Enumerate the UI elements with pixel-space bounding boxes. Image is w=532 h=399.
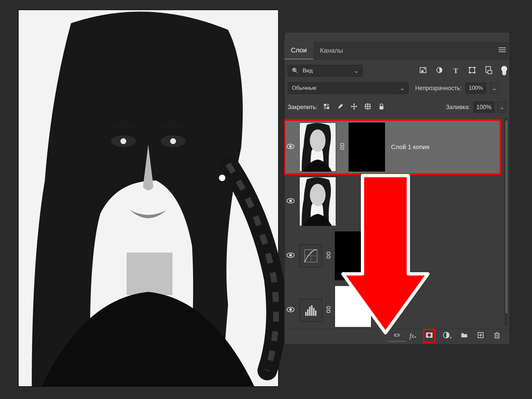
svg-rect-17 bbox=[469, 72, 470, 73]
svg-rect-54 bbox=[327, 307, 330, 309]
svg-rect-24 bbox=[327, 107, 329, 109]
image-icon[interactable] bbox=[418, 67, 428, 75]
svg-rect-49 bbox=[307, 309, 309, 316]
lock-move-icon[interactable] bbox=[351, 103, 357, 111]
svg-rect-44 bbox=[327, 252, 330, 255]
fill-dropdown[interactable]: ⌄ bbox=[498, 102, 506, 113]
svg-marker-11 bbox=[421, 69, 424, 72]
svg-rect-23 bbox=[324, 107, 326, 109]
link-mask-icon[interactable] bbox=[325, 252, 332, 260]
fill-label: Заливка: bbox=[446, 104, 470, 111]
adjust-icon[interactable] bbox=[435, 67, 444, 75]
lock-artboard-icon[interactable] bbox=[364, 103, 371, 111]
link-mask-icon[interactable] bbox=[339, 143, 346, 151]
adjustment-icon[interactable]: ▾ bbox=[443, 332, 452, 340]
svg-point-38 bbox=[310, 184, 326, 206]
trash-icon[interactable] bbox=[493, 332, 501, 340]
search-icon: 🔍 bbox=[292, 67, 299, 74]
panel-resize-grip[interactable] bbox=[387, 341, 407, 342]
svg-rect-51 bbox=[311, 305, 312, 316]
tab-layers[interactable]: Слои bbox=[284, 42, 313, 59]
layers-action-bar: fx▾ ▾ bbox=[284, 329, 509, 343]
svg-point-36 bbox=[289, 200, 292, 202]
svg-rect-20 bbox=[488, 70, 492, 74]
svg-rect-1 bbox=[127, 253, 172, 295]
lock-label: Закрепить: bbox=[288, 104, 317, 111]
svg-rect-18 bbox=[474, 72, 475, 73]
lock-all-icon[interactable] bbox=[378, 103, 385, 111]
type-icon[interactable]: T bbox=[451, 66, 460, 75]
blend-row: Обычные ⌄ Непрозрачность: 100% ⌄ bbox=[288, 81, 506, 95]
canvas-image bbox=[18, 10, 279, 387]
layer-mask-thumbnail[interactable] bbox=[335, 231, 371, 280]
layer-name[interactable]: ивые 2 bbox=[377, 252, 397, 259]
svg-rect-50 bbox=[309, 307, 310, 316]
opacity-dropdown[interactable]: ⌄ bbox=[490, 83, 499, 94]
svg-rect-45 bbox=[327, 256, 330, 258]
layer-row[interactable]: Слой 1 копия bbox=[284, 120, 501, 174]
layer-name[interactable]: Слой 1 копия bbox=[391, 143, 430, 151]
group-icon[interactable] bbox=[461, 332, 468, 340]
fill-value[interactable]: 100% bbox=[473, 102, 494, 113]
lock-row: Закрепить: Заливка: 100% ⌄ bbox=[288, 101, 506, 113]
svg-point-47 bbox=[289, 308, 292, 311]
svg-rect-52 bbox=[313, 308, 314, 316]
filter-toggle[interactable] bbox=[502, 66, 506, 75]
link-icon[interactable] bbox=[393, 332, 400, 340]
layers-scrollbar[interactable] bbox=[505, 118, 508, 327]
smart-icon[interactable] bbox=[484, 66, 493, 75]
layer-thumbnail[interactable] bbox=[299, 123, 336, 172]
svg-rect-33 bbox=[341, 143, 344, 146]
filter-type-select[interactable]: 🔍 Вид ⌄ bbox=[288, 65, 363, 77]
layer-thumbnail[interactable] bbox=[299, 177, 336, 226]
levels-adjustment-icon[interactable] bbox=[299, 299, 322, 322]
visibility-icon[interactable] bbox=[284, 252, 297, 260]
svg-rect-21 bbox=[324, 104, 326, 106]
svg-point-40 bbox=[289, 254, 292, 256]
opacity-label: Непрозрачность: bbox=[415, 85, 461, 92]
visibility-icon[interactable] bbox=[284, 307, 297, 314]
lock-brush-icon[interactable] bbox=[337, 103, 344, 111]
svg-rect-48 bbox=[305, 312, 307, 316]
svg-rect-34 bbox=[341, 147, 344, 149]
svg-point-32 bbox=[310, 129, 326, 152]
tab-channels[interactable]: Каналы bbox=[313, 42, 350, 59]
svg-point-57 bbox=[428, 333, 431, 337]
curves-adjustment-icon[interactable] bbox=[299, 244, 322, 267]
svg-rect-55 bbox=[327, 310, 330, 313]
layer-row[interactable]: Уровни 1 bbox=[284, 283, 501, 327]
layer-row[interactable] bbox=[284, 174, 501, 229]
new-layer-icon[interactable] bbox=[477, 332, 484, 340]
layer-mask-thumbnail[interactable] bbox=[335, 286, 371, 327]
svg-point-4 bbox=[120, 138, 126, 144]
svg-point-30 bbox=[289, 145, 292, 148]
shape-icon[interactable] bbox=[468, 67, 477, 75]
layer-name[interactable]: Уровни 1 bbox=[377, 307, 403, 314]
link-mask-icon[interactable] bbox=[325, 306, 332, 314]
layers-list: Слой 1 копияивые 2Уровни 1 bbox=[284, 118, 505, 327]
lock-pixels-icon[interactable] bbox=[323, 103, 330, 111]
opacity-value[interactable]: 100% bbox=[465, 83, 486, 94]
svg-point-12 bbox=[424, 68, 425, 69]
svg-point-5 bbox=[170, 138, 176, 144]
panel-menu-icon[interactable] bbox=[499, 47, 528, 54]
svg-rect-22 bbox=[327, 104, 329, 106]
filter-type-label: Вид bbox=[303, 67, 313, 74]
svg-rect-53 bbox=[315, 311, 316, 316]
layer-filter-row: 🔍 Вид ⌄ T bbox=[288, 64, 506, 78]
portrait-placeholder bbox=[19, 10, 278, 386]
svg-point-6 bbox=[219, 175, 225, 181]
panel-tabs: Слои Каналы bbox=[284, 42, 509, 59]
visibility-icon[interactable] bbox=[284, 198, 297, 205]
chevron-down-icon: ⌄ bbox=[400, 85, 404, 92]
blend-mode-select[interactable]: Обычные ⌄ bbox=[288, 82, 409, 94]
visibility-icon[interactable] bbox=[284, 143, 297, 151]
svg-rect-28 bbox=[380, 106, 383, 109]
layer-row[interactable]: ивые 2 bbox=[284, 229, 501, 283]
layer-mask-thumbnail[interactable] bbox=[348, 123, 385, 172]
mask-icon[interactable] bbox=[425, 331, 434, 341]
fx-icon[interactable]: fx▾ bbox=[410, 332, 416, 340]
svg-rect-16 bbox=[474, 67, 475, 68]
chevron-down-icon: ⌄ bbox=[354, 67, 359, 74]
svg-rect-15 bbox=[469, 67, 470, 68]
